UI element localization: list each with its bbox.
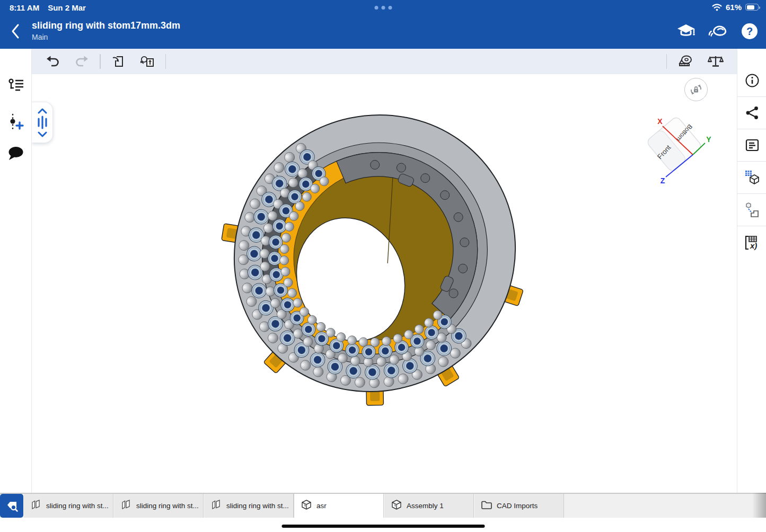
import-icon xyxy=(111,54,126,69)
home-strip xyxy=(0,518,766,532)
items-list-icon xyxy=(7,78,24,94)
document-title: sliding ring with stom17mm.3dm xyxy=(32,19,180,32)
rotation-lock-icon xyxy=(689,82,703,97)
history-slider[interactable] xyxy=(32,102,53,143)
toolbar-divider xyxy=(666,54,667,69)
notes-button[interactable] xyxy=(737,129,766,162)
variables-button[interactable]: x) xyxy=(737,226,766,259)
wifi-icon xyxy=(712,4,722,11)
cube-icon xyxy=(301,499,312,513)
tab-2[interactable]: sliding ring with st... xyxy=(204,494,294,518)
nav-row: sliding ring with stom17mm.3dm Main xyxy=(0,16,766,49)
history-step-up-button[interactable] xyxy=(35,107,50,115)
undo-button[interactable] xyxy=(42,52,64,71)
document-tabs: sliding ring with st...sliding ring with… xyxy=(23,494,564,518)
add-version-button[interactable] xyxy=(0,107,32,137)
tab-label: Assembly 1 xyxy=(407,502,444,510)
comments-button[interactable] xyxy=(0,139,32,169)
share-button[interactable] xyxy=(737,97,766,129)
tab-4[interactable]: Assembly 1 xyxy=(384,494,474,518)
balance-scale-icon xyxy=(708,55,724,68)
weight-button[interactable] xyxy=(705,52,726,71)
tab-scroll-shadow xyxy=(752,493,766,518)
axis-y-label: Y xyxy=(706,135,711,144)
sketch-doc-icon xyxy=(120,499,132,513)
info-icon xyxy=(745,73,760,88)
tab-label: sliding ring with st... xyxy=(136,502,199,510)
export-icon xyxy=(139,54,155,69)
measure-tape-icon xyxy=(677,55,694,68)
import-button[interactable] xyxy=(108,52,129,71)
display-views-button[interactable] xyxy=(737,162,766,194)
multitask-dots-icon[interactable] xyxy=(374,6,392,10)
graduation-cap-icon xyxy=(676,23,695,39)
rotation-lock-button[interactable] xyxy=(684,78,708,101)
tab-1[interactable]: sliding ring with st... xyxy=(113,494,204,518)
history-step-down-button[interactable] xyxy=(35,130,50,138)
battery-percent: 61% xyxy=(726,3,742,12)
home-indicator[interactable] xyxy=(281,525,485,528)
clock: 8:11 AM xyxy=(10,3,39,12)
help-button[interactable]: ? xyxy=(739,21,760,41)
search-button[interactable] xyxy=(0,494,23,518)
history-adjust-icon xyxy=(37,116,48,129)
left-sidebar xyxy=(0,49,32,493)
bottom-tab-bar: sliding ring with st...sliding ring with… xyxy=(0,493,766,518)
replace-part-icon xyxy=(744,202,760,218)
chevron-left-icon xyxy=(11,23,20,39)
learn-button[interactable] xyxy=(676,21,696,41)
help-icon: ? xyxy=(742,23,758,39)
main-toolbar xyxy=(32,49,737,74)
tab-label: sliding ring with st... xyxy=(46,502,109,510)
variables-glyph: x) xyxy=(750,241,757,250)
comment-icon xyxy=(7,146,25,162)
info-button[interactable] xyxy=(737,65,766,97)
orientation-cube[interactable]: Front Bottom X Y Z xyxy=(642,110,712,184)
tab-label: sliding ring with st... xyxy=(226,502,289,510)
tab-label: asr xyxy=(316,502,327,510)
spacemouse-button[interactable] xyxy=(708,21,728,41)
share-icon xyxy=(745,105,760,120)
shapr3d-app: 8:11 AM Sun 2 Mar 61% xyxy=(0,0,766,532)
search-items-icon xyxy=(5,500,19,512)
toolbar-divider xyxy=(100,54,101,69)
chevron-up-icon xyxy=(38,108,47,114)
add-version-icon xyxy=(8,113,24,130)
sketch-doc-icon xyxy=(30,499,42,513)
chevron-down-icon xyxy=(38,131,47,137)
top-header: 8:11 AM Sun 2 Mar 61% xyxy=(0,0,766,49)
status-bar: 8:11 AM Sun 2 Mar 61% xyxy=(0,0,766,16)
date: Sun 2 Mar xyxy=(48,3,86,12)
ring-model xyxy=(32,74,737,493)
axis-x-label: X xyxy=(657,117,663,126)
back-button[interactable] xyxy=(7,22,23,41)
toolbar-divider xyxy=(165,54,166,69)
export-button[interactable] xyxy=(137,52,158,71)
folder-icon xyxy=(481,500,492,512)
variables-icon: x) xyxy=(744,235,761,251)
replace-part-button[interactable] xyxy=(737,194,766,226)
redo-button[interactable] xyxy=(71,52,92,71)
notes-icon xyxy=(745,138,760,153)
tab-5[interactable]: CAD Imports xyxy=(474,494,564,518)
items-menu-button[interactable] xyxy=(0,71,32,101)
axis-z-label: Z xyxy=(661,176,665,184)
cube-icon xyxy=(391,499,402,513)
sketch-doc-icon xyxy=(210,499,222,513)
viewport-3d[interactable]: Front Bottom X Y Z xyxy=(32,74,737,493)
right-sidebar: x) xyxy=(737,49,766,493)
spacemouse-icon xyxy=(708,23,728,39)
tab-label: CAD Imports xyxy=(497,502,538,510)
measure-button[interactable] xyxy=(675,52,697,71)
display-views-icon xyxy=(744,170,760,185)
redo-icon xyxy=(74,55,89,68)
tab-active-3[interactable]: asr xyxy=(294,494,384,518)
undo-icon xyxy=(46,55,60,68)
tab-0[interactable]: sliding ring with st... xyxy=(23,494,113,518)
workspace-subtitle: Main xyxy=(32,32,180,42)
battery-icon xyxy=(745,4,759,11)
